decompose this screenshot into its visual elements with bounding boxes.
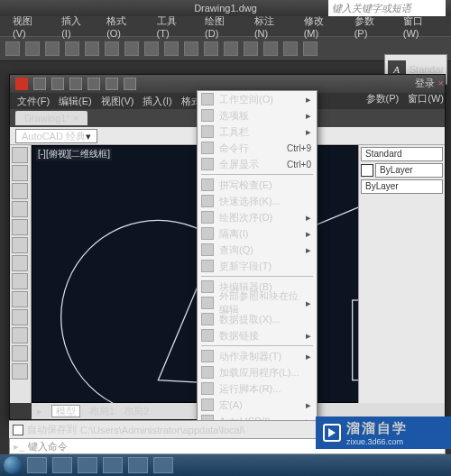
menu-item[interactable]: 动作录制器(T)▸ (198, 348, 317, 364)
menu-item[interactable]: 全屏显示Ctrl+0 (198, 156, 317, 172)
toolbar-icon[interactable] (105, 41, 119, 56)
taskbar-explorer-icon[interactable] (27, 457, 47, 473)
tool-arc-icon[interactable] (12, 201, 28, 217)
fg-menu-edit[interactable]: 编辑(E) (59, 95, 92, 108)
menu-item[interactable]: 工作空间(O)▸ (198, 91, 317, 107)
qat-redo-icon[interactable] (106, 78, 118, 90)
menu-item[interactable]: 外部参照和块在位编辑▸ (198, 295, 317, 311)
toolbar-icon[interactable] (65, 41, 79, 56)
menu-item[interactable]: 数据提取(X)... (198, 311, 317, 327)
menu-item[interactable]: 选项板▸ (198, 107, 317, 124)
menu-item-label: 查询(Q) (219, 243, 253, 257)
tool-point-icon[interactable] (12, 327, 28, 343)
tool-circle-icon[interactable] (12, 183, 28, 199)
tool-block-icon[interactable] (12, 309, 28, 325)
tab-close-icon[interactable]: × (73, 113, 78, 124)
toolbar-icon[interactable] (5, 41, 20, 56)
layout-nav-icon[interactable]: ▸ (37, 406, 42, 417)
tool-ellipse-icon[interactable] (12, 237, 28, 253)
menu-item[interactable]: 命令行Ctrl+9 (198, 140, 317, 156)
workspace-combo[interactable]: AutoCAD 经典 ▾ (15, 129, 97, 143)
toolbar-icon[interactable] (25, 41, 40, 56)
fg-menu-file[interactable]: 文件(F) (17, 95, 50, 108)
layer-color-combo[interactable]: ByLayer (375, 163, 443, 178)
bg-menu-dimension[interactable]: 标注(N) (254, 14, 288, 39)
toolbar-icon[interactable] (303, 41, 318, 56)
menu-item[interactable]: 宏(A)▸ (198, 397, 317, 413)
menu-item[interactable]: 绘图次序(D)▸ (198, 209, 317, 225)
bg-menu-insert[interactable]: 插入(I) (61, 14, 90, 39)
qat-save-icon[interactable] (69, 78, 82, 90)
layout-tab-model[interactable]: 模型 (51, 405, 80, 417)
taskbar-app-icon[interactable] (153, 457, 173, 473)
window-close-icon[interactable]: × (438, 78, 444, 88)
bg-menu-tools[interactable]: 工具(T) (157, 14, 189, 39)
taskbar-app-icon[interactable] (128, 457, 148, 473)
taskbar-browser-icon[interactable] (52, 457, 72, 473)
toolbar-icon[interactable] (45, 41, 60, 56)
bg-menu-parametric[interactable]: 参数(P) (354, 14, 387, 39)
toolbar-icon[interactable] (244, 41, 258, 56)
menu-item[interactable]: 拼写检查(E) (198, 177, 317, 193)
menu-item-icon (201, 313, 214, 325)
autosave-path: C:\Users\Administrator\appdata\local\ (80, 425, 244, 435)
fg-menu-view[interactable]: 视图(V) (101, 95, 134, 108)
toolbar-icon[interactable] (263, 41, 278, 56)
menu-item-label: 宏(A) (219, 398, 243, 412)
tool-text-icon[interactable] (12, 273, 28, 289)
tool-hatch-icon[interactable] (12, 255, 28, 271)
menu-item[interactable]: 隔离(I)▸ (198, 225, 317, 242)
toolbar-icon[interactable] (204, 41, 218, 56)
taskbar-app-icon[interactable] (78, 457, 97, 473)
style-combo[interactable]: Standard (361, 147, 443, 161)
bg-menu-format[interactable]: 格式(O) (106, 14, 140, 39)
fg-menu-parametric[interactable]: 参数(P) (366, 92, 400, 106)
start-button-icon[interactable] (4, 456, 22, 474)
color-swatch-icon[interactable] (361, 164, 373, 177)
toolbar-icon[interactable] (283, 41, 298, 56)
toolbar-icon[interactable] (124, 41, 139, 56)
menu-item-label: 更新字段(T) (219, 260, 272, 273)
toolbar-icon[interactable] (85, 41, 99, 56)
taskbar-app-icon[interactable] (103, 457, 123, 473)
bg-menu-modify[interactable]: 修改(M) (304, 14, 338, 39)
toolbar-icon[interactable] (164, 41, 179, 56)
tool-dim-icon[interactable] (12, 291, 28, 307)
toolbar-icon[interactable] (184, 41, 198, 56)
bg-search-input[interactable]: 键入关键字或短语 (328, 0, 446, 16)
menu-item[interactable]: 加载应用程序(L)... (198, 364, 317, 380)
autosave-checkbox[interactable] (13, 425, 23, 435)
fg-menu-insert[interactable]: 插入(I) (143, 95, 171, 108)
watermark-url: zixue.3d66.com (346, 437, 408, 446)
toolbar-icon[interactable] (144, 41, 159, 56)
document-tab-label: Drawing1* (24, 113, 70, 124)
fg-menu-window[interactable]: 窗口(W) (408, 92, 444, 106)
linetype-combo[interactable]: ByLayer (361, 179, 443, 194)
tool-rect-icon[interactable] (12, 219, 28, 235)
tool-polyline-icon[interactable] (12, 165, 28, 181)
command-prompt-icon: ▸_ (14, 441, 24, 453)
tool-line-icon[interactable] (12, 147, 28, 163)
bg-menu-window[interactable]: 窗口(W) (403, 14, 438, 39)
qat-print-icon[interactable] (124, 78, 136, 90)
layout-tab-layout1[interactable]: 布局1 (89, 405, 115, 418)
menu-item[interactable]: 快速选择(K)... (198, 193, 317, 209)
menu-item[interactable]: 更新字段(T) (198, 258, 317, 274)
menu-item[interactable]: 工具栏▸ (198, 124, 317, 140)
bg-menu-draw[interactable]: 绘图(D) (205, 14, 238, 39)
document-tab[interactable]: Drawing1* × (15, 111, 87, 125)
draw-palette (10, 145, 32, 403)
menu-item[interactable]: 运行脚本(R)... (198, 380, 317, 397)
tool-table-icon[interactable] (12, 363, 28, 380)
qat-new-icon[interactable] (33, 78, 46, 90)
tool-region-icon[interactable] (12, 345, 28, 362)
menu-item[interactable]: 数据链接▸ (198, 327, 317, 343)
qat-open-icon[interactable] (51, 78, 64, 90)
menu-item[interactable]: 查询(Q)▸ (198, 242, 317, 258)
qat-undo-icon[interactable] (87, 78, 100, 90)
signin-link[interactable]: 登录 (415, 77, 435, 90)
app-logo-icon[interactable] (15, 78, 28, 90)
layout-tab-layout2[interactable]: 布局2 (124, 405, 149, 418)
bg-menu-view[interactable]: 视图(V) (13, 14, 45, 39)
toolbar-icon[interactable] (224, 41, 238, 56)
